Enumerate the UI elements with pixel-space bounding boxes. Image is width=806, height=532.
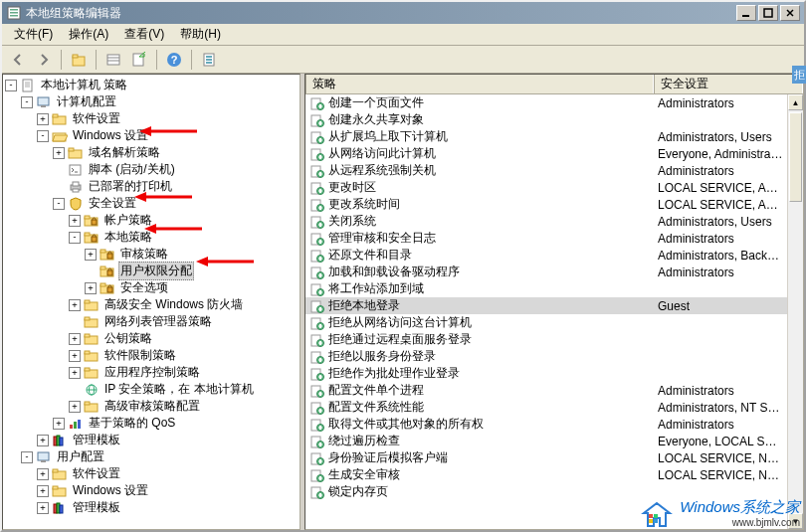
tree-pane[interactable]: -本地计算机 策略-计算机配置+软件设置-Windows 设置+域名解析策略脚本… bbox=[2, 74, 301, 530]
policy-row[interactable]: 创建永久共享对象 bbox=[305, 111, 787, 128]
list-body[interactable]: 创建一个页面文件Administrators创建永久共享对象从扩展坞上取下计算机… bbox=[305, 94, 787, 529]
expand-toggle[interactable]: + bbox=[85, 249, 97, 261]
policy-row[interactable]: 拒绝通过远程桌面服务登录 bbox=[305, 331, 787, 348]
expand-toggle[interactable]: + bbox=[37, 468, 49, 480]
tree-item-label[interactable]: 计算机配置 bbox=[55, 93, 118, 110]
maximize-button[interactable] bbox=[758, 5, 778, 21]
tree-item-label[interactable]: 安全设置 bbox=[87, 195, 138, 212]
policy-row[interactable]: 拒绝本地登录Guest bbox=[305, 297, 787, 314]
expand-toggle[interactable]: + bbox=[37, 485, 49, 497]
collapse-toggle[interactable]: - bbox=[5, 80, 17, 91]
tree-item-label[interactable]: 应用程序控制策略 bbox=[102, 364, 202, 381]
tree-item-label[interactable]: Windows 设置 bbox=[71, 127, 150, 144]
tree-node[interactable]: +高级安全 Windows 防火墙 bbox=[5, 296, 298, 313]
menu-view[interactable]: 查看(V) bbox=[116, 24, 172, 45]
tree-item-label[interactable]: IP 安全策略，在 本地计算机 bbox=[102, 381, 256, 398]
help-button[interactable]: ? bbox=[162, 48, 186, 72]
expand-toggle[interactable]: + bbox=[69, 299, 81, 311]
policy-row[interactable]: 生成安全审核LOCAL SERVICE, NETWOR... bbox=[305, 466, 787, 483]
collapse-toggle[interactable]: - bbox=[21, 451, 33, 463]
policy-row[interactable]: 绕过遍历检查Everyone, LOCAL SERVI... bbox=[305, 433, 787, 449]
expand-toggle[interactable]: + bbox=[85, 282, 97, 294]
vertical-scrollbar[interactable]: ▲ ▼ bbox=[787, 94, 803, 529]
tree-node[interactable]: +审核策略 bbox=[5, 246, 298, 263]
menu-help[interactable]: 帮助(H) bbox=[172, 24, 229, 45]
expand-toggle[interactable]: + bbox=[69, 215, 81, 227]
policy-row[interactable]: 拒绝从网络访问这台计算机 bbox=[305, 314, 787, 331]
tree-node[interactable]: +软件限制策略 bbox=[5, 347, 298, 364]
tree-node[interactable]: +域名解析策略 bbox=[5, 144, 298, 161]
tree-item-label[interactable]: 软件限制策略 bbox=[102, 347, 178, 364]
tree-item-label[interactable]: 基于策略的 QoS bbox=[87, 415, 177, 432]
tree-node[interactable]: +管理模板 bbox=[5, 499, 298, 516]
expand-toggle[interactable]: + bbox=[37, 502, 49, 514]
tree-item-label[interactable]: 审核策略 bbox=[118, 246, 170, 263]
policy-row[interactable]: 配置文件单个进程Administrators bbox=[305, 382, 787, 399]
policy-row[interactable]: 更改时区LOCAL SERVICE, Admini... bbox=[305, 179, 787, 196]
policy-row[interactable]: 拒绝作为批处理作业登录 bbox=[305, 365, 787, 382]
close-button[interactable] bbox=[780, 5, 800, 21]
tree-node[interactable]: -用户配置 bbox=[5, 448, 298, 465]
tree-item-label[interactable]: 高级安全 Windows 防火墙 bbox=[102, 296, 245, 313]
expand-toggle[interactable]: + bbox=[37, 113, 49, 125]
tree-node[interactable]: -安全设置 bbox=[5, 195, 298, 212]
tree-node[interactable]: +Windows 设置 bbox=[5, 482, 298, 499]
policy-row[interactable]: 从扩展坞上取下计算机Administrators, Users bbox=[305, 128, 787, 145]
tree-item-label[interactable]: 网络列表管理器策略 bbox=[102, 313, 214, 330]
expand-toggle[interactable]: + bbox=[69, 333, 81, 345]
tree-node[interactable]: -本地策略 bbox=[5, 229, 298, 246]
tree-item-label[interactable]: 已部署的打印机 bbox=[87, 178, 174, 195]
tree-node[interactable]: 已部署的打印机 bbox=[5, 178, 298, 195]
policy-row[interactable]: 管理审核和安全日志Administrators bbox=[305, 230, 787, 247]
tree-item-label[interactable]: 帐户策略 bbox=[102, 212, 154, 229]
back-button[interactable] bbox=[6, 48, 30, 72]
view-button[interactable] bbox=[101, 48, 125, 72]
tree-node[interactable]: +基于策略的 QoS bbox=[5, 415, 298, 432]
collapse-toggle[interactable]: - bbox=[69, 232, 81, 244]
tree-item-label[interactable]: 公钥策略 bbox=[102, 330, 154, 347]
policy-row[interactable]: 从网络访问此计算机Everyone, Administrat... bbox=[305, 145, 787, 162]
expand-toggle[interactable]: + bbox=[69, 367, 81, 379]
column-security[interactable]: 安全设置 bbox=[654, 75, 803, 93]
tree-node[interactable]: +应用程序控制策略 bbox=[5, 364, 298, 381]
tree-node[interactable]: 网络列表管理器策略 bbox=[5, 313, 298, 330]
tree-node[interactable]: +安全选项 bbox=[5, 279, 298, 296]
scroll-down-button[interactable]: ▼ bbox=[788, 513, 803, 529]
policy-row[interactable]: 从远程系统强制关机Administrators bbox=[305, 162, 787, 179]
expand-toggle[interactable]: + bbox=[37, 435, 49, 446]
minimize-button[interactable] bbox=[736, 5, 756, 21]
policy-row[interactable]: 还原文件和目录Administrators, Backu... bbox=[305, 247, 787, 264]
expand-toggle[interactable]: + bbox=[53, 147, 65, 159]
tree-item-label[interactable]: 管理模板 bbox=[71, 499, 122, 516]
policy-row[interactable]: 身份验证后模拟客户端LOCAL SERVICE, NETWOR... bbox=[305, 449, 787, 466]
tree-node[interactable]: 用户权限分配 bbox=[5, 263, 298, 279]
menu-file[interactable]: 文件(F) bbox=[6, 24, 61, 45]
refresh-button[interactable] bbox=[197, 48, 221, 72]
tree-item-label[interactable]: 本地计算机 策略 bbox=[39, 77, 129, 93]
policy-row[interactable]: 关闭系统Administrators, Users bbox=[305, 213, 787, 230]
tree-item-label[interactable]: 管理模板 bbox=[71, 432, 122, 448]
policy-row[interactable]: 配置文件系统性能Administrators, NT SE... bbox=[305, 399, 787, 416]
policy-row[interactable]: 取得文件或其他对象的所有权Administrators bbox=[305, 416, 787, 433]
up-button[interactable] bbox=[67, 48, 91, 72]
expand-toggle[interactable]: + bbox=[69, 401, 81, 413]
tree-item-label[interactable]: 用户配置 bbox=[55, 448, 106, 465]
tree-node[interactable]: 脚本 (启动/关机) bbox=[5, 161, 298, 178]
column-policy[interactable]: 策略 bbox=[305, 75, 654, 93]
tree-item-label[interactable]: 域名解析策略 bbox=[87, 144, 162, 161]
scroll-up-button[interactable]: ▲ bbox=[788, 94, 803, 110]
forward-button[interactable] bbox=[32, 48, 56, 72]
policy-row[interactable]: 锁定内存页 bbox=[305, 483, 787, 500]
tree-item-label[interactable]: 软件设置 bbox=[71, 110, 122, 127]
tree-item-label[interactable]: 脚本 (启动/关机) bbox=[87, 161, 177, 178]
tree-node[interactable]: +公钥策略 bbox=[5, 330, 298, 347]
tree-node[interactable]: -Windows 设置 bbox=[5, 127, 298, 144]
tree-node[interactable]: -计算机配置 bbox=[5, 93, 298, 110]
expand-toggle[interactable]: + bbox=[69, 350, 81, 362]
tree-item-label[interactable]: Windows 设置 bbox=[71, 482, 150, 499]
policy-row[interactable]: 更改系统时间LOCAL SERVICE, Admini... bbox=[305, 196, 787, 213]
export-button[interactable] bbox=[127, 48, 151, 72]
tree-node[interactable]: +帐户策略 bbox=[5, 212, 298, 229]
tree-node[interactable]: +管理模板 bbox=[5, 432, 298, 448]
tree-node[interactable]: +软件设置 bbox=[5, 465, 298, 482]
